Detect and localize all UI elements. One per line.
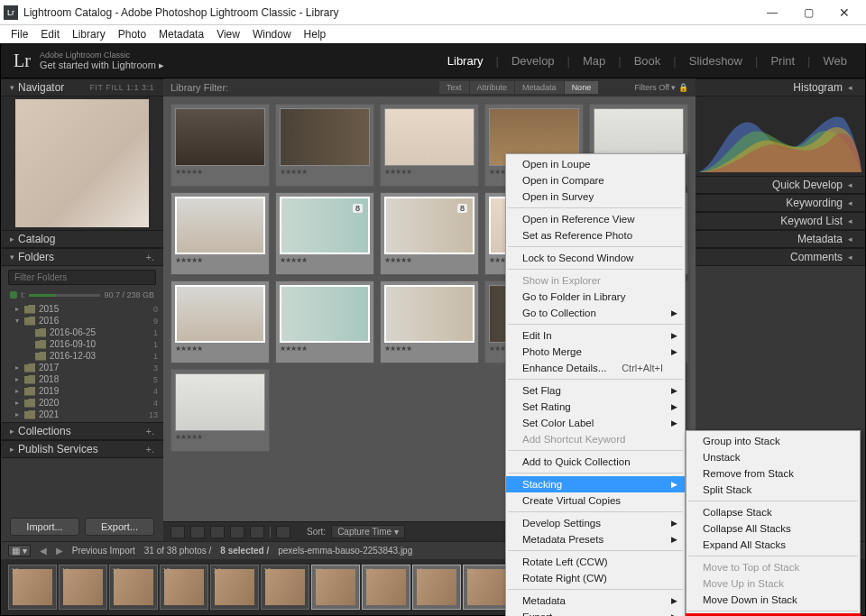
thumbnail[interactable] [175, 373, 265, 431]
menu-item[interactable]: Stacking▶ [506, 476, 685, 492]
filmstrip-thumb[interactable]: 10 [8, 565, 57, 610]
menu-item[interactable]: Group into Stack [686, 433, 860, 449]
second-window-icon[interactable]: ▦ ▾ [8, 545, 31, 556]
thumbnail[interactable] [280, 108, 370, 166]
filter-tab-text[interactable]: Text [439, 81, 469, 94]
filmstrip-thumb[interactable]: 15 [261, 565, 309, 610]
menu-item[interactable]: Rotate Left (CCW) [506, 554, 685, 570]
filter-folders-input[interactable] [8, 270, 156, 285]
menu-item[interactable]: Metadata Presets▶ [506, 531, 685, 547]
thumbnail[interactable] [384, 285, 474, 343]
menu-item[interactable]: Remove from Stack [686, 465, 860, 482]
grid-cell[interactable]: 18★★★★★ [380, 104, 479, 187]
folders-header[interactable]: ▾ Folders +. [1, 248, 163, 266]
menu-item[interactable]: Set as Reference Photo [506, 227, 685, 244]
menu-item[interactable]: Move Down in Stack [686, 592, 860, 608]
menu-item[interactable]: Open in Reference View [506, 211, 685, 227]
menu-item[interactable]: Open in Compare [506, 172, 685, 188]
menu-item[interactable]: Edit In▶ [506, 327, 685, 344]
menu-item[interactable]: Rotate Right (CW) [506, 570, 685, 586]
panel-quick-develop[interactable]: Quick Develop◂ [696, 176, 865, 194]
menu-photo[interactable]: Photo [113, 26, 152, 42]
menu-item[interactable]: Collapse Stack [686, 504, 860, 520]
folder-node[interactable]: ▾20169 [6, 315, 158, 326]
thumbnail[interactable] [280, 285, 370, 343]
grid-cell[interactable]: 31★★★★★ [170, 369, 270, 452]
module-book[interactable]: Book [629, 54, 667, 68]
plus-icon[interactable]: +. [146, 426, 154, 437]
filter-tab-attribute[interactable]: Attribute [470, 81, 515, 94]
menu-item[interactable]: Enhance Details...Ctrl+Alt+I [506, 360, 685, 376]
menu-help[interactable]: Help [299, 26, 332, 42]
module-slideshow[interactable]: Slideshow [684, 54, 748, 68]
grid-cell[interactable]: 27★★★★★ [275, 280, 374, 363]
filmstrip-thumb[interactable]: 11 [59, 565, 107, 610]
minimize-button[interactable]: — [754, 1, 790, 24]
panel-keywording[interactable]: Keywording◂ [696, 194, 865, 212]
folder-node[interactable]: ▸20173 [6, 362, 158, 373]
menu-item[interactable]: Photo Merge▶ [506, 344, 685, 360]
menu-item[interactable]: Collapse All Stacks [686, 520, 860, 537]
menu-item[interactable]: Develop Settings▶ [506, 515, 685, 531]
grid-cell[interactable]: 238★★★★★ [380, 192, 479, 275]
module-print[interactable]: Print [765, 54, 800, 68]
grid-view-icon[interactable] [170, 526, 185, 538]
grid-cell[interactable]: 21★★★★★ [170, 192, 270, 275]
nav-fwd-icon[interactable]: ▶ [56, 546, 63, 556]
close-button[interactable]: ✕ [826, 1, 862, 24]
folder-node[interactable]: 2016-12-031 [6, 350, 158, 362]
menu-file[interactable]: File [5, 26, 33, 42]
module-map[interactable]: Map [577, 54, 611, 68]
menu-item[interactable]: Add to Quick Collection [506, 454, 685, 470]
histogram-display[interactable] [696, 97, 865, 176]
collections-header[interactable]: ▸ Collections +. [1, 422, 163, 440]
survey-view-icon[interactable] [230, 526, 244, 538]
maximize-button[interactable]: ▢ [790, 1, 826, 24]
folder-node[interactable]: ▸20204 [6, 397, 158, 409]
export-button[interactable]: Export... [85, 518, 154, 536]
disk-volume[interactable]: I: 90.7 / 238 GB [1, 289, 163, 301]
filter-tab-none[interactable]: None [565, 81, 599, 94]
folder-node[interactable]: ▸202113 [6, 409, 158, 420]
filmstrip-thumb[interactable]: 13 [160, 565, 208, 610]
menu-edit[interactable]: Edit [35, 26, 65, 42]
menu-item[interactable]: Split Stack [686, 482, 860, 498]
menu-item[interactable]: Export▶ [506, 609, 685, 616]
nav-back-icon[interactable]: ◀ [40, 546, 47, 556]
thumbnail[interactable] [384, 108, 474, 166]
sort-dropdown[interactable]: Capture Time ▾ [331, 525, 405, 538]
module-library[interactable]: Library [442, 54, 489, 68]
filmstrip-thumb[interactable]: 14 [210, 565, 259, 610]
menu-item[interactable]: Expand All Stacks [686, 537, 860, 553]
filmstrip-thumb[interactable]: 18 [412, 565, 461, 610]
thumbnail[interactable] [175, 197, 265, 254]
menu-item[interactable]: Go to Folder in Library [506, 289, 685, 305]
module-develop[interactable]: Develop [506, 54, 560, 68]
plus-icon[interactable]: +. [146, 444, 154, 455]
panel-keyword-list[interactable]: Keyword List◂ [696, 212, 865, 230]
grid-cell[interactable]: 228★★★★★ [275, 192, 374, 275]
thumbnail[interactable] [175, 108, 265, 166]
menu-item[interactable]: Metadata▶ [506, 593, 685, 609]
menu-item[interactable]: Lock to Second Window [506, 250, 685, 266]
menu-metadata[interactable]: Metadata [153, 26, 209, 42]
menu-library[interactable]: Library [67, 26, 111, 42]
module-web[interactable]: Web [818, 54, 853, 68]
menu-window[interactable]: Window [247, 26, 297, 42]
menu-item[interactable]: Set Color Label▶ [506, 415, 685, 431]
grid-cell[interactable]: 16★★★★★ [170, 104, 270, 187]
grid-cell[interactable]: 26★★★★★ [170, 280, 270, 363]
loupe-view-icon[interactable] [190, 526, 205, 538]
add-folder-icon[interactable]: +. [146, 252, 154, 262]
filter-tab-metadata[interactable]: Metadata [515, 81, 564, 94]
publish-header[interactable]: ▸ Publish Services +. [1, 440, 163, 458]
histogram-header[interactable]: Histogram ◂ [696, 78, 865, 97]
menu-item[interactable]: Set Rating▶ [506, 399, 685, 415]
people-view-icon[interactable] [250, 526, 264, 538]
navigator-preview[interactable] [1, 97, 163, 230]
folder-node[interactable]: 2016-09-101 [6, 338, 158, 350]
menu-item[interactable]: Unstack [686, 449, 860, 465]
filmstrip-thumb[interactable]: 16 [311, 565, 360, 610]
panel-comments[interactable]: Comments◂ [696, 248, 865, 266]
filmstrip-thumb[interactable]: 12 [109, 565, 158, 610]
